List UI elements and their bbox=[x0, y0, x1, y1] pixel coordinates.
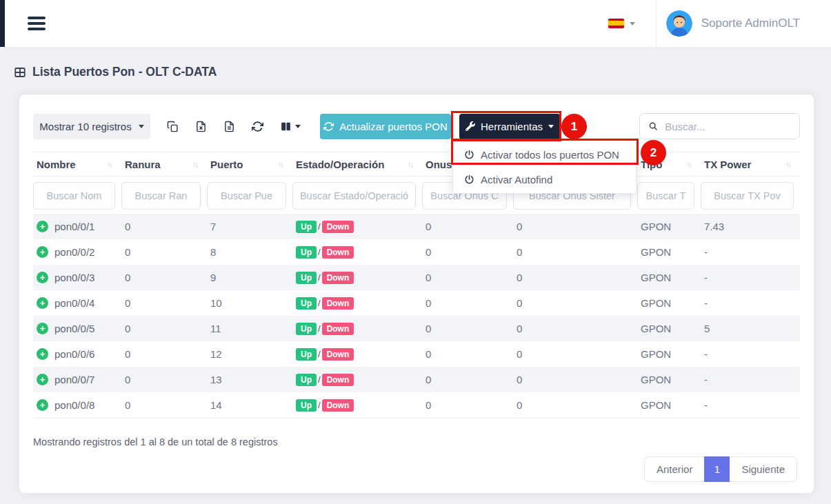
status-down-badge: Down bbox=[322, 221, 354, 233]
column-header-ranura[interactable]: Ranura↑↓ bbox=[121, 159, 207, 170]
sync-icon bbox=[252, 121, 263, 132]
avatar bbox=[666, 10, 692, 37]
export-file-button[interactable] bbox=[223, 121, 235, 132]
menu-item-activate-autofind[interactable]: Activar Autofind bbox=[453, 167, 636, 192]
column-header-tx-power[interactable]: TX Power↑↓ bbox=[701, 159, 800, 170]
user-menu[interactable]: Soporte AdminOLT bbox=[666, 10, 831, 37]
port-name: pon0/0/5 bbox=[54, 323, 94, 334]
expand-row-icon[interactable]: + bbox=[37, 246, 48, 258]
badge-separator: / bbox=[318, 272, 321, 283]
pagination-page-1-button[interactable]: 1 bbox=[704, 456, 730, 482]
ranura-value: 0 bbox=[121, 374, 207, 385]
tipo-value: GPON bbox=[637, 297, 701, 309]
file-icon bbox=[223, 121, 235, 132]
onus-sister-value: 0 bbox=[513, 272, 637, 283]
language-selector[interactable] bbox=[594, 19, 649, 28]
badge-separator: / bbox=[318, 221, 321, 232]
sort-icon[interactable]: ↑↓ bbox=[408, 160, 412, 168]
ranura-value: 0 bbox=[121, 272, 207, 283]
puerto-value: 10 bbox=[207, 297, 292, 309]
pagination-next-button[interactable]: Siguiente bbox=[730, 456, 797, 482]
tx-power-value: 7.43 bbox=[701, 221, 800, 232]
filter-puerto-input[interactable] bbox=[207, 182, 286, 210]
table-icon bbox=[14, 66, 26, 79]
status-down-badge: Down bbox=[322, 246, 354, 259]
tx-power-value: - bbox=[701, 272, 800, 283]
badge-separator: / bbox=[318, 247, 321, 257]
onus-c-value: 0 bbox=[422, 323, 513, 334]
tipo-value: GPON bbox=[637, 348, 701, 360]
onus-sister-value: 0 bbox=[513, 246, 637, 258]
chevron-down-icon bbox=[630, 22, 635, 26]
expand-row-icon[interactable]: + bbox=[37, 348, 48, 360]
table-row: +pon0/0/6 0 12 Up/Down 0 0 GPON - bbox=[33, 341, 800, 367]
filter-estado-input[interactable] bbox=[292, 182, 416, 210]
sort-icon[interactable]: ↑↓ bbox=[785, 160, 790, 168]
status-up-badge: Up bbox=[296, 272, 317, 284]
column-header-estado[interactable]: Estado/Operación↑↓ bbox=[292, 159, 422, 170]
ranura-value: 0 bbox=[121, 399, 207, 411]
chevron-down-icon bbox=[295, 125, 301, 128]
page-title-row: Lista Puertos Pon - OLT C-DATA bbox=[14, 65, 831, 79]
menu-toggle-icon[interactable] bbox=[28, 17, 46, 30]
menu-item-activate-all-pon-ports[interactable]: Activar todos los puertos PON bbox=[453, 142, 636, 167]
column-visibility-button[interactable] bbox=[280, 121, 301, 132]
pagination: Anterior 1 Siguiente bbox=[33, 456, 800, 482]
onus-c-value: 0 bbox=[422, 399, 513, 411]
expand-row-icon[interactable]: + bbox=[37, 221, 48, 232]
reload-table-button[interactable] bbox=[252, 121, 263, 132]
search-input[interactable] bbox=[665, 121, 791, 132]
power-icon bbox=[464, 150, 474, 160]
table-row: +pon0/0/3 0 9 Up/Down 0 0 GPON - bbox=[33, 265, 800, 290]
puerto-value: 7 bbox=[207, 221, 292, 232]
tx-power-value: - bbox=[701, 297, 800, 309]
column-header-puerto[interactable]: Puerto↑↓ bbox=[207, 159, 292, 170]
tools-dropdown-button[interactable]: Herramientas bbox=[459, 114, 560, 139]
ranura-value: 0 bbox=[121, 297, 207, 309]
export-buttons bbox=[167, 121, 301, 132]
port-name: pon0/0/4 bbox=[54, 297, 94, 309]
update-pon-ports-button[interactable]: Actualizar puertos PON bbox=[320, 114, 451, 139]
filter-tipo-input[interactable] bbox=[637, 182, 694, 210]
port-name: pon0/0/6 bbox=[54, 348, 94, 360]
pagination-previous-button[interactable]: Anterior bbox=[644, 456, 705, 482]
wrench-icon bbox=[465, 121, 475, 131]
page-length-dropdown[interactable]: Mostrar 10 registros bbox=[33, 114, 150, 139]
page-length-label: Mostrar 10 registros bbox=[39, 121, 131, 132]
collapsed-sidebar-edge bbox=[0, 0, 5, 47]
expand-row-icon[interactable]: + bbox=[37, 272, 48, 283]
onus-c-value: 0 bbox=[422, 297, 513, 309]
export-excel-button[interactable] bbox=[195, 121, 207, 132]
sort-icon[interactable]: ↑↓ bbox=[278, 160, 283, 168]
puerto-value: 9 bbox=[207, 272, 292, 283]
page-title: Lista Puertos Pon - OLT C-DATA bbox=[32, 65, 217, 79]
column-header-nombre[interactable]: Nombre↑↓ bbox=[33, 159, 121, 170]
annotation-step-1: 1 bbox=[561, 114, 587, 139]
expand-row-icon[interactable]: + bbox=[37, 399, 48, 411]
port-name: pon0/0/2 bbox=[54, 246, 94, 258]
onus-sister-value: 0 bbox=[513, 348, 637, 360]
table-header-row: Nombre↑↓ Ranura↑↓ Puerto↑↓ Estado/Operac… bbox=[33, 152, 800, 177]
expand-row-icon[interactable]: + bbox=[37, 374, 48, 385]
tx-power-value: 5 bbox=[701, 323, 800, 334]
filter-tx-power-input[interactable] bbox=[701, 182, 794, 210]
filter-nombre-input[interactable] bbox=[33, 182, 115, 210]
onus-sister-value: 0 bbox=[513, 374, 637, 385]
tools-dropdown-menu: Activar todos los puertos PON Activar Au… bbox=[452, 140, 637, 194]
badge-separator: / bbox=[318, 298, 321, 308]
sort-icon[interactable]: ↑↓ bbox=[192, 160, 197, 168]
expand-row-icon[interactable]: + bbox=[37, 297, 48, 309]
copy-button[interactable] bbox=[167, 121, 179, 132]
tipo-value: GPON bbox=[637, 272, 701, 283]
tipo-value: GPON bbox=[637, 246, 701, 258]
status-up-badge: Up bbox=[296, 399, 317, 412]
expand-row-icon[interactable]: + bbox=[37, 323, 48, 334]
tx-power-value: - bbox=[701, 348, 800, 360]
file-excel-icon bbox=[195, 121, 207, 132]
annotation-step-2: 2 bbox=[641, 140, 666, 165]
port-name: pon0/0/1 bbox=[54, 221, 94, 232]
filter-ranura-input[interactable] bbox=[121, 182, 201, 210]
puerto-value: 14 bbox=[207, 399, 292, 411]
sort-icon[interactable]: ↑↓ bbox=[107, 160, 112, 168]
sort-icon[interactable]: ↑↓ bbox=[686, 160, 691, 168]
